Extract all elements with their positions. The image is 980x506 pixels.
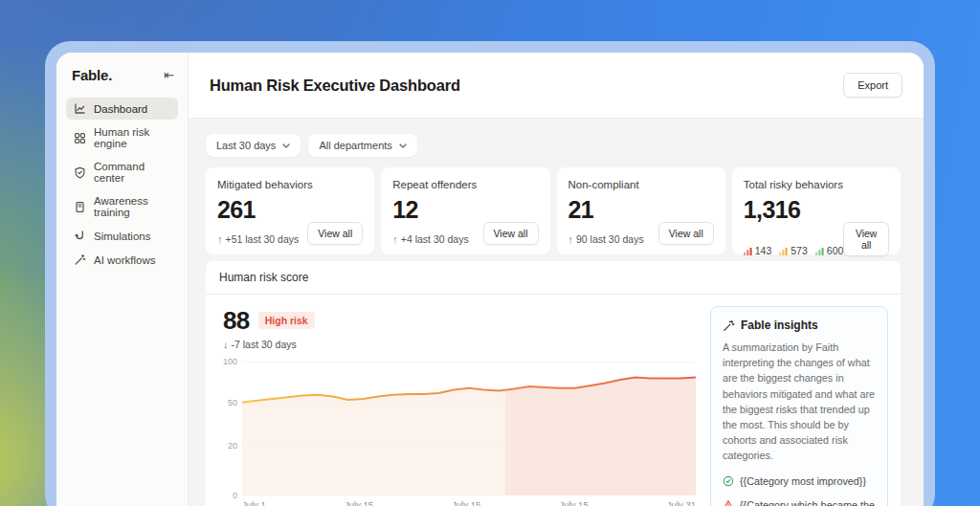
chart-x-axis: July 1July 15July 15July 15July 31 [242, 499, 696, 506]
view-all-button[interactable]: View all [658, 222, 714, 245]
stat-card-delta: ↑+51 last 30 days [217, 233, 299, 245]
chevron-down-icon [282, 143, 290, 148]
stat-card-value: 1,316 [744, 197, 889, 222]
trend-up-icon: ↑ [392, 233, 398, 245]
insight-item-improved: {{Category most improved}} [723, 474, 876, 489]
page-title: Human Risk Executive Dashboard [210, 77, 843, 95]
stat-card-label: Non-compliant [568, 179, 714, 190]
app-window: Fable. ⇤ Dashboard Human risk engine Com… [56, 53, 924, 506]
sidebar: Fable. ⇤ Dashboard Human risk engine Com… [56, 53, 189, 506]
stat-card-value: 12 [392, 197, 538, 222]
stat-card-delta: ↑+4 last 30 days [392, 233, 468, 245]
bars-icon-low [815, 247, 824, 255]
book-icon [74, 201, 86, 213]
date-range-value: Last 30 days [216, 140, 276, 151]
loop-arrow-icon [74, 230, 86, 242]
breakdown-value: 143 [755, 245, 772, 256]
sidebar-item-human-risk-engine[interactable]: Human risk engine [66, 121, 178, 154]
stat-card-label: Total risky behaviors [744, 179, 889, 190]
page-header: Human Risk Executive Dashboard Export [189, 53, 924, 119]
sidebar-item-label: Dashboard [94, 103, 147, 115]
bars-icon-high [744, 247, 752, 255]
sidebar-item-label: Simulations [94, 231, 150, 242]
risk-breakdown: 143 573 600 [744, 245, 844, 256]
human-risk-score-card: Human risk score 88 High risk ↓-7 last 3… [206, 261, 901, 506]
stat-card-label: Repeat offenders [392, 179, 538, 190]
insight-text: {{Category which became the worst}} [740, 498, 876, 506]
sidebar-item-command-center[interactable]: Command center [66, 156, 178, 188]
stat-card-label: Mitigated behaviors [217, 179, 363, 190]
breakdown-value: 600 [827, 245, 844, 256]
stat-card-total-risky-behaviors: Total risky behaviors 1,316 143 573 600 … [732, 167, 901, 254]
risk-level-badge: High risk [258, 312, 315, 329]
stat-card-non-compliant: Non-compliant 21 ↑90 last 30 days View a… [557, 167, 725, 254]
risk-score-chart-area: 88 High risk ↓-7 last 30 days 10050200 [223, 306, 696, 506]
view-all-button[interactable]: View all [483, 222, 539, 245]
stat-card-mitigated-behaviors: Mitigated behaviors 261 ↑+51 last 30 day… [206, 167, 374, 254]
date-range-select[interactable]: Last 30 days [206, 134, 301, 157]
engine-grid-icon [74, 132, 86, 144]
insights-body: A summarization by Faith interpreting th… [723, 340, 876, 464]
window-frame: Fable. ⇤ Dashboard Human risk engine Com… [45, 41, 935, 506]
insights-title: Fable insights [741, 319, 818, 332]
risk-score-chart [242, 362, 696, 495]
risk-score-delta: ↓-7 last 30 days [223, 339, 696, 350]
trend-up-icon: ↑ [217, 233, 223, 245]
stat-card-repeat-offenders: Repeat offenders 12 ↑+4 last 30 days Vie… [381, 167, 549, 254]
shield-check-icon [74, 166, 86, 179]
filter-bar: Last 30 days All departments [206, 134, 901, 157]
export-button[interactable]: Export [843, 73, 902, 98]
chart-y-axis: 10050200 [223, 362, 242, 495]
sidebar-item-label: Awareness training [94, 195, 170, 218]
fable-insights-panel: Fable insights A summarization by Faith … [710, 306, 888, 506]
main-area: Human Risk Executive Dashboard Export La… [189, 53, 924, 506]
magic-wand-icon [723, 319, 735, 332]
sidebar-item-label: Human risk engine [94, 126, 170, 149]
sidebar-collapse-icon[interactable]: ⇤ [164, 69, 174, 81]
bars-icon-medium [779, 247, 788, 255]
risk-score-value: 88 [223, 308, 250, 333]
sidebar-item-label: Command center [94, 161, 170, 184]
department-value: All departments [319, 140, 391, 151]
wand-icon [74, 253, 86, 266]
stat-card-value: 261 [217, 197, 363, 222]
chevron-down-icon [399, 143, 407, 148]
sidebar-item-label: AI workflows [94, 254, 156, 266]
breakdown-value: 573 [791, 245, 808, 256]
fable-logo: Fable. [72, 67, 112, 83]
sidebar-item-ai-workflows[interactable]: AI workflows [66, 249, 178, 271]
trend-down-icon: ↓ [223, 339, 229, 350]
insight-text: {{Category most improved}} [740, 474, 866, 489]
line-chart-icon [74, 102, 86, 115]
check-circle-icon [723, 475, 734, 487]
sidebar-item-awareness-training[interactable]: Awareness training [66, 190, 178, 223]
stat-card-value: 21 [568, 197, 714, 222]
view-all-button[interactable]: View all [843, 222, 889, 256]
warning-triangle-icon [723, 499, 734, 506]
sidebar-nav: Dashboard Human risk engine Command cent… [56, 98, 188, 271]
insight-item-worst: {{Category which became the worst}} [723, 498, 876, 506]
stat-cards-row: Mitigated behaviors 261 ↑+51 last 30 day… [206, 167, 901, 254]
dashboard-content: Last 30 days All departments Mitigated b… [189, 119, 924, 506]
sidebar-item-simulations[interactable]: Simulations [66, 225, 178, 247]
sidebar-item-dashboard[interactable]: Dashboard [66, 98, 178, 120]
trend-up-icon: ↑ [568, 233, 574, 245]
department-select[interactable]: All departments [308, 134, 416, 157]
section-title: Human risk score [206, 261, 901, 295]
view-all-button[interactable]: View all [307, 222, 363, 245]
stat-card-delta: ↑90 last 30 days [568, 233, 644, 245]
desktop-background: Fable. ⇤ Dashboard Human risk engine Com… [0, 0, 980, 506]
